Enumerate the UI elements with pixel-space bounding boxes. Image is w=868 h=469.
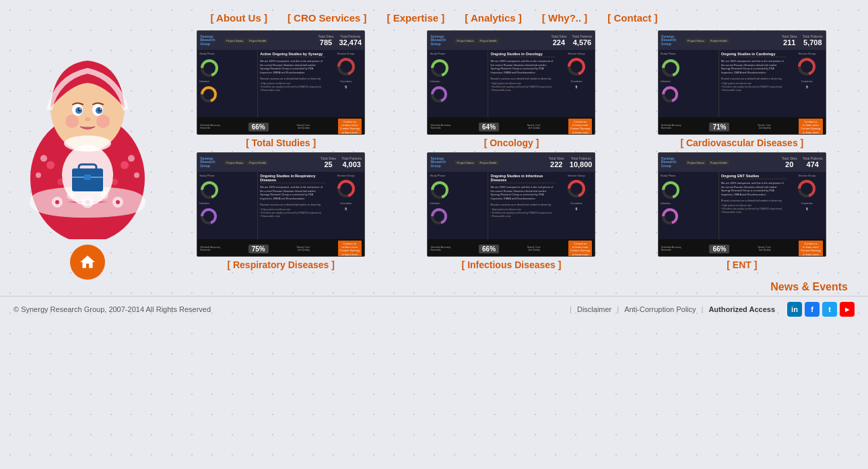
cards-grid: SynergyResearchGroup Project Status Proj… xyxy=(168,30,855,280)
svg-point-9 xyxy=(116,200,120,204)
card-image-cardiovascular[interactable]: SynergyResearchGroup Project Status Proj… xyxy=(658,30,826,135)
nav-item-cro-services[interactable]: [ CRO Services ] xyxy=(288,12,367,24)
svg-point-32 xyxy=(40,155,47,162)
svg-point-23 xyxy=(85,117,90,121)
footer-links: | Disclaimer | Anti-Corruption Policy | … xyxy=(570,305,780,313)
svg-point-11 xyxy=(121,161,129,169)
card-label-infectious: [ Infectious Diseases ] xyxy=(462,259,562,270)
page-footer: News & Events © Synergy Research Group, … xyxy=(0,280,868,322)
nav-item-why[interactable]: [ Why?.. ] xyxy=(542,12,588,24)
nav-item-contact[interactable]: [ Contact ] xyxy=(607,12,657,24)
card-image-oncology[interactable]: SynergyResearchGroup Project Status Proj… xyxy=(427,30,595,135)
news-events-label: News & Events xyxy=(770,281,855,293)
cards-row-1: SynergyResearchGroup Project Status Proj… xyxy=(168,30,855,148)
card-total-studies: SynergyResearchGroup Project Status Proj… xyxy=(168,30,393,148)
social-icons: in f t ▶ xyxy=(787,302,855,317)
youtube-icon[interactable]: ▶ xyxy=(840,302,855,317)
main-nav: [ About Us ][ CRO Services ][ Expertise … xyxy=(0,0,868,30)
card-infectious: SynergyResearchGroup Project Status Proj… xyxy=(399,152,624,270)
authorized-access-link[interactable]: Authorized Access xyxy=(703,305,780,313)
card-respiratory: SynergyResearchGroup Project Status Proj… xyxy=(168,152,393,270)
svg-point-25 xyxy=(96,115,110,128)
svg-rect-31 xyxy=(84,175,91,180)
card-image-respiratory[interactable]: SynergyResearchGroup Project Status Proj… xyxy=(197,152,365,257)
facebook-icon[interactable]: f xyxy=(805,302,820,317)
twitter-icon[interactable]: t xyxy=(822,302,837,317)
home-button[interactable] xyxy=(70,245,105,280)
svg-point-33 xyxy=(128,155,135,162)
svg-point-20 xyxy=(98,108,102,112)
svg-point-34 xyxy=(36,173,41,178)
disclaimer-link[interactable]: Disclaimer xyxy=(572,305,617,313)
svg-point-19 xyxy=(78,108,81,112)
svg-point-7 xyxy=(55,200,59,204)
card-label-total-studies: [ Total Studies ] xyxy=(246,137,316,148)
copyright-text: © Synergy Research Group, 2007-2014 All … xyxy=(13,305,211,313)
linkedin-icon[interactable]: in xyxy=(787,302,802,317)
footer-bar: © Synergy Research Group, 2007-2014 All … xyxy=(0,296,868,322)
svg-point-24 xyxy=(65,115,79,128)
card-label-cardiovascular: [ Cardiovascular Diseases ] xyxy=(680,137,803,148)
card-label-ent: [ ENT ] xyxy=(727,259,757,270)
svg-point-22 xyxy=(100,108,101,110)
svg-point-21 xyxy=(79,108,81,110)
main-content: SynergyResearchGroup Project Status Proj… xyxy=(0,30,868,280)
card-image-total-studies[interactable]: SynergyResearchGroup Project Status Proj… xyxy=(197,30,365,135)
card-label-oncology: [ Oncology ] xyxy=(484,137,539,148)
card-oncology: SynergyResearchGroup Project Status Proj… xyxy=(399,30,624,148)
mascot-column xyxy=(13,30,162,280)
svg-point-35 xyxy=(134,173,139,178)
card-label-respiratory: [ Respiratory Diseases ] xyxy=(227,259,335,270)
nav-item-analytics[interactable]: [ Analytics ] xyxy=(465,12,521,24)
cards-row-2: SynergyResearchGroup Project Status Proj… xyxy=(168,152,855,270)
nav-item-about-us[interactable]: [ About Us ] xyxy=(211,12,267,24)
footer-copyright: © Synergy Research Group, 2007-2014 All … xyxy=(13,305,570,313)
card-image-infectious[interactable]: SynergyResearchGroup Project Status Proj… xyxy=(427,152,595,257)
anti-corruption-link[interactable]: Anti-Corruption Policy xyxy=(619,305,701,313)
matryoshka-doll xyxy=(24,30,152,239)
card-cardiovascular: SynergyResearchGroup Project Status Proj… xyxy=(630,30,855,148)
nav-item-expertise[interactable]: [ Expertise ] xyxy=(387,12,444,24)
card-image-ent[interactable]: SynergyResearchGroup Project Status Proj… xyxy=(658,152,826,257)
svg-point-10 xyxy=(46,161,55,169)
card-ent: SynergyResearchGroup Project Status Proj… xyxy=(630,152,855,270)
